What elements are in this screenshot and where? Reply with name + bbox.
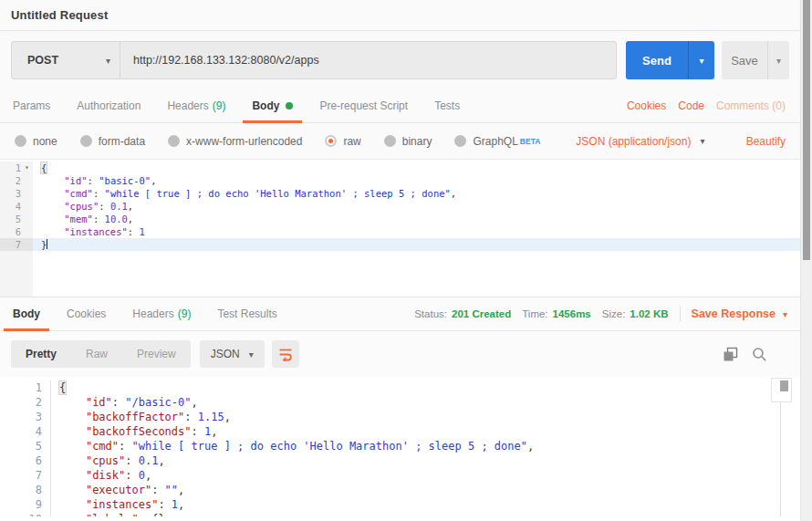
headers-count-badge: (9) xyxy=(213,99,226,112)
chevron-down-icon xyxy=(106,56,110,66)
editor-scrollbar-line xyxy=(780,402,781,516)
save-response-button[interactable]: Save Response xyxy=(692,307,787,320)
view-raw[interactable]: Raw xyxy=(71,340,122,368)
bodytype-form-data[interactable]: form-data xyxy=(80,135,145,148)
editor-scrollbar-track xyxy=(771,378,792,402)
line-number: 7 xyxy=(0,238,33,251)
chevron-down-icon xyxy=(783,309,787,319)
url-value: http://192.168.133.132:8080/v2/apps xyxy=(133,54,319,67)
response-tab-body[interactable]: Body xyxy=(4,297,49,330)
response-tab-label-test-results: Test Results xyxy=(217,307,276,320)
size-value: 1.02 KB xyxy=(630,308,668,319)
code-text: "executor": "", xyxy=(51,483,800,497)
request-tabs-list: ParamsAuthorizationHeaders(9)BodyPre-req… xyxy=(4,89,477,122)
code-text: "mem": 10.0, xyxy=(33,213,800,225)
url-group: POST http://192.168.133.132:8080/v2/apps xyxy=(11,41,617,79)
tab-label-headers: Headers xyxy=(167,99,208,112)
bodytype-label-graphql: GraphQL xyxy=(473,135,517,148)
code-text: "cmd": "while [ true ] ; do echo 'Hello … xyxy=(33,187,800,200)
code-text: "instances": 1, xyxy=(51,497,800,512)
bodytype-label-form-data: form-data xyxy=(99,135,145,148)
code-line: 1{ xyxy=(0,380,800,395)
request-body-editor[interactable]: 1▾{2 "id": "basic-0",3 "cmd": "while [ t… xyxy=(0,160,800,297)
send-button-group: Send xyxy=(626,41,714,79)
response-tab-test-results[interactable]: Test Results xyxy=(208,297,286,330)
bodytype-graphql[interactable]: GraphQLBETA xyxy=(454,135,540,148)
code-line: 7} xyxy=(0,238,800,251)
tab-label-authorization: Authorization xyxy=(77,99,141,112)
tab-label-pre-request-script: Pre-request Script xyxy=(319,99,408,112)
tab-headers[interactable]: Headers(9) xyxy=(158,89,234,122)
body-type-bar: noneform-datax-www-form-urlencodedrawbin… xyxy=(0,123,800,160)
bodytype-x-www-form-urlencoded[interactable]: x-www-form-urlencoded xyxy=(168,135,302,148)
tab-pre-request-script[interactable]: Pre-request Script xyxy=(310,89,417,122)
line-number: 1▾ xyxy=(0,162,33,174)
request-title: Untitled Request xyxy=(11,8,108,22)
code-link[interactable]: Code xyxy=(678,99,704,112)
code-line: 6 "cpus": 0.1, xyxy=(0,453,800,468)
content-type-value: JSON (application/json) xyxy=(576,135,691,148)
code-text: "cpus": 0.1, xyxy=(33,200,800,213)
copy-button[interactable] xyxy=(723,347,738,362)
line-number: 7 xyxy=(0,468,51,483)
response-tab-label-body: Body xyxy=(13,307,40,320)
fold-caret-icon[interactable]: ▾ xyxy=(21,162,33,174)
bodytype-binary[interactable]: binary xyxy=(384,135,432,148)
text-cursor xyxy=(47,239,47,249)
method-select[interactable]: POST xyxy=(12,42,120,78)
code-line: 8 "executor": "", xyxy=(0,483,800,497)
code-line: 2 "id": "basic-0", xyxy=(0,174,800,187)
save-button-group: Save xyxy=(722,41,789,79)
code-line: 5 "mem": 10.0, xyxy=(0,213,800,225)
wrap-text-button[interactable] xyxy=(272,340,299,368)
beautify-link[interactable]: Beautify xyxy=(746,135,786,148)
code-text: "backoffFactor": 1.15, xyxy=(51,410,800,424)
bodytype-raw[interactable]: raw xyxy=(325,135,360,148)
url-input[interactable]: http://192.168.133.132:8080/v2/apps xyxy=(120,42,616,78)
format-select[interactable]: JSON xyxy=(200,340,265,368)
toolbar-icons xyxy=(723,347,789,362)
line-number: 2 xyxy=(0,174,33,187)
line-number: 4 xyxy=(0,424,51,439)
content-type-select[interactable]: JSON (application/json) xyxy=(576,135,704,148)
bodytype-label-none: none xyxy=(33,135,57,148)
code-text: } xyxy=(33,238,800,251)
send-button[interactable]: Send xyxy=(626,41,688,79)
view-pretty[interactable]: Pretty xyxy=(11,340,71,368)
window-scrollbar-thumb[interactable] xyxy=(803,0,810,260)
tab-label-tests: Tests xyxy=(434,99,460,112)
wrap-text-icon xyxy=(278,347,293,361)
tab-params[interactable]: Params xyxy=(4,89,59,122)
line-number: 2 xyxy=(0,395,51,410)
code-line: 3 "cmd": "while [ true ] ; do echo 'Hell… xyxy=(0,187,800,200)
save-button[interactable]: Save xyxy=(722,41,767,79)
title-bar: Untitled Request xyxy=(0,0,800,31)
tab-authorization[interactable]: Authorization xyxy=(68,89,150,122)
line-number: 10 xyxy=(0,512,51,516)
cookies-link[interactable]: Cookies xyxy=(627,99,666,112)
response-tab-cookies[interactable]: Cookies xyxy=(57,297,115,330)
response-tab-headers[interactable]: Headers(9) xyxy=(123,297,200,330)
response-status-bar: Status: 201 Created Time: 1456ms Size: 1… xyxy=(414,297,800,330)
line-number: 1 xyxy=(0,380,51,395)
tab-body[interactable]: Body xyxy=(243,89,302,122)
comments-link[interactable]: Comments (0) xyxy=(716,99,786,112)
request-url-bar: POST http://192.168.133.132:8080/v2/apps… xyxy=(0,31,800,89)
chevron-down-icon xyxy=(700,136,704,146)
code-line: 6 "instances": 1 xyxy=(0,225,800,238)
tab-tests[interactable]: Tests xyxy=(425,89,469,122)
radio-icon xyxy=(384,135,396,147)
bodytype-none[interactable]: none xyxy=(15,135,57,148)
send-dropdown-button[interactable] xyxy=(688,41,714,79)
code-text: "cmd": "while [ true ] ; do echo 'Hello … xyxy=(51,439,800,453)
save-dropdown-button[interactable] xyxy=(767,41,789,79)
view-preview[interactable]: Preview xyxy=(122,340,191,368)
copy-icon xyxy=(723,347,738,362)
search-button[interactable] xyxy=(752,347,767,362)
editor-gutter-filler xyxy=(0,251,800,297)
divider xyxy=(680,306,681,322)
editor-scrollbar-thumb[interactable] xyxy=(780,380,788,391)
response-body-editor[interactable]: 1{2 "id": "/basic-0",3 "backoffFactor": … xyxy=(0,377,800,516)
radio-icon xyxy=(80,135,92,147)
code-text: { xyxy=(33,162,800,174)
